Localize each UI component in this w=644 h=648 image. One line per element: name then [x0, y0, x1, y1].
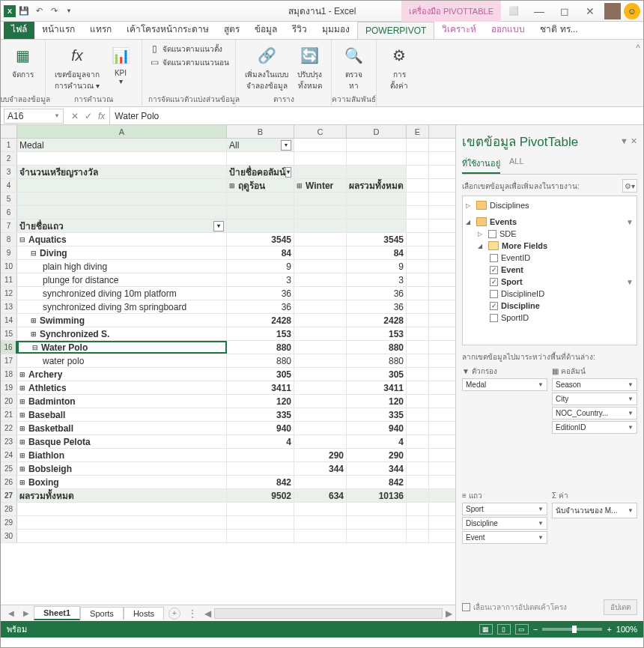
- save-icon[interactable]: 💾: [17, 4, 31, 18]
- manage-icon: ▦: [11, 43, 35, 67]
- tab-formulas[interactable]: สูตร: [216, 19, 247, 39]
- columns-zone-icon: ▦: [552, 367, 559, 375]
- page-break-icon[interactable]: ▭: [515, 624, 529, 635]
- dropdown-icon[interactable]: ▼: [620, 136, 628, 145]
- checkbox[interactable]: [490, 254, 498, 262]
- manage-button[interactable]: ▦จัดการ: [8, 42, 38, 82]
- close-icon[interactable]: ✕: [579, 3, 601, 19]
- cancel-fx-icon[interactable]: ✕: [71, 111, 79, 121]
- qat-dropdown-icon[interactable]: ▼: [62, 4, 76, 18]
- enter-fx-icon[interactable]: ✓: [85, 111, 92, 121]
- filter-icon[interactable]: ▾: [285, 167, 291, 178]
- filter-icon[interactable]: ▼: [626, 218, 634, 226]
- zoom-in-icon[interactable]: +: [607, 625, 611, 634]
- zoom-level[interactable]: 100%: [616, 625, 637, 634]
- select-all[interactable]: [1, 125, 17, 138]
- redo-icon[interactable]: ↷: [47, 4, 61, 18]
- page-layout-icon[interactable]: ▯: [497, 624, 511, 635]
- gear-icon: ⚙: [387, 43, 411, 67]
- checkbox[interactable]: [490, 314, 498, 322]
- tab-view[interactable]: มุมมอง: [315, 19, 357, 39]
- grid[interactable]: 1MedalAll▾ 2 3จำนวนเหรียญรางวัลป้ายชื่อค…: [1, 139, 455, 543]
- restore-icon[interactable]: ◻: [553, 3, 576, 19]
- kpi-button[interactable]: 📊KPI ▾: [106, 42, 136, 93]
- gear-icon[interactable]: ⚙▾: [622, 179, 637, 193]
- avatar[interactable]: [604, 3, 621, 19]
- add-to-model-button[interactable]: 🔗เพิ่มลงในแบบ จำลองข้อมูล: [242, 42, 291, 93]
- normal-view-icon[interactable]: ▦: [479, 624, 493, 635]
- fx-icon[interactable]: fx: [98, 111, 105, 121]
- sheet-tab-1[interactable]: Sheet1: [34, 606, 80, 620]
- rows-zone[interactable]: ≡แถว Sport▼ Discipline▼ Event▼: [462, 490, 547, 596]
- collapse-ribbon-icon[interactable]: ^: [633, 40, 643, 106]
- tab-data[interactable]: ข้อมูล: [247, 19, 285, 39]
- formula-input[interactable]: Water Polo: [109, 107, 643, 124]
- group-label: ความสัมพันธ์: [332, 94, 376, 105]
- update-button[interactable]: อัปเดต: [604, 599, 637, 615]
- defer-checkbox[interactable]: [462, 603, 470, 611]
- tab-more[interactable]: ชาติ ทร...: [532, 19, 585, 39]
- tab-powerpivot[interactable]: POWERPIVOT: [357, 22, 434, 39]
- checkbox[interactable]: [490, 290, 498, 298]
- filter-icon[interactable]: ▾: [213, 221, 224, 231]
- field-list[interactable]: ▷Disciplines ◢Events▼ ▷SDE ◢More Fields …: [462, 196, 637, 345]
- sheet-tab-sports[interactable]: Sports: [80, 607, 124, 620]
- window-title: สมุดงาน1 - Excel: [288, 4, 356, 18]
- name-box[interactable]: A16▼: [4, 109, 64, 124]
- close-pane-icon[interactable]: ✕: [631, 136, 637, 145]
- tab-file[interactable]: ไฟล์: [4, 19, 34, 39]
- settings-button[interactable]: ⚙การ ตั้งค่า: [384, 42, 414, 93]
- formula-bar: A16▼ ✕ ✓ fx Water Polo: [1, 107, 643, 125]
- prev-sheet-icon[interactable]: ◀: [4, 609, 19, 617]
- checkbox[interactable]: [488, 230, 496, 238]
- col-header-c[interactable]: C: [294, 125, 347, 138]
- col-header-a[interactable]: A: [17, 125, 227, 138]
- next-sheet-icon[interactable]: ▶: [19, 609, 34, 617]
- tab-design[interactable]: ออกแบบ: [484, 19, 532, 39]
- fp-tab-active[interactable]: ที่ใช้งานอยู่: [462, 154, 500, 174]
- align-horizontal[interactable]: ▭จัดแนวตามแนวนอน: [148, 55, 229, 69]
- folder-icon: [488, 241, 499, 250]
- undo-icon[interactable]: ↶: [32, 4, 46, 18]
- values-zone-icon: Σ: [552, 491, 556, 500]
- kpi-icon: 📊: [109, 43, 133, 67]
- columns-zone[interactable]: ▦คอลัมน์ Season▼ City▼ NOC_Country...▼ E…: [552, 366, 637, 485]
- new-sheet-icon[interactable]: +: [168, 608, 180, 620]
- checkbox[interactable]: ✓: [490, 278, 498, 286]
- col-header-e[interactable]: E: [407, 125, 429, 138]
- table-icon: [476, 201, 487, 210]
- ribbon: ▦จัดการ แบบจำลองข้อมูล fxเขตข้อมูลจาก กา…: [1, 40, 643, 107]
- hscrollbar[interactable]: [214, 608, 443, 619]
- values-zone[interactable]: Σค่า นับจำนวนของ M...▼: [552, 490, 637, 596]
- filter-icon[interactable]: ▼: [626, 278, 634, 286]
- zoom-slider[interactable]: [542, 628, 602, 631]
- ribbon-options-icon[interactable]: ⬜: [502, 3, 525, 19]
- status-ready: พร้อม: [7, 623, 27, 636]
- tab-layout[interactable]: เค้าโครงหน้ากระดาษ: [119, 19, 216, 39]
- tab-insert[interactable]: แทรก: [82, 19, 119, 39]
- align-vertical[interactable]: ▯จัดแนวตามแนวตั้ง: [148, 42, 222, 55]
- group-label: ตาราง: [273, 94, 294, 105]
- filter-icon[interactable]: ▾: [281, 140, 291, 151]
- detect-button[interactable]: 🔍ตรวจ หา: [339, 42, 369, 93]
- refresh-all-button[interactable]: 🔄ปรับปรุง ทั้งหมด: [294, 42, 325, 93]
- quick-access-toolbar: X 💾 ↶ ↷ ▼: [4, 4, 76, 18]
- tab-review[interactable]: รีวิว: [285, 19, 315, 39]
- fx-icon: fx: [65, 43, 89, 67]
- zoom-out-icon[interactable]: −: [533, 625, 538, 634]
- sheet-tab-hosts[interactable]: Hosts: [124, 607, 164, 620]
- checkbox[interactable]: ✓: [490, 302, 498, 310]
- fp-tab-all[interactable]: ALL: [509, 154, 524, 174]
- tab-home[interactable]: หน้าแรก: [34, 19, 82, 39]
- defer-label: เลื่อนเวลาการอัปเดตเค้าโครง: [473, 602, 567, 613]
- filters-zone[interactable]: ▼ตัวกรอง Medal▼: [462, 366, 547, 485]
- minimize-icon[interactable]: —: [528, 3, 550, 19]
- smiley-icon[interactable]: ☺: [624, 3, 640, 19]
- checkbox[interactable]: ✓: [490, 266, 498, 274]
- col-header-b[interactable]: B: [227, 125, 294, 138]
- group-label: การจัดแนวตัวแบ่งส่วนข้อมูล: [148, 94, 240, 105]
- calc-field-button[interactable]: fxเขตข้อมูลจาก การคำนวณ ▾: [52, 42, 103, 93]
- col-header-d[interactable]: D: [347, 125, 407, 138]
- pivot-tools-label: เครื่องมือ PIVOTTABLE: [401, 1, 501, 22]
- tab-analyze[interactable]: วิเคราะห์: [434, 19, 484, 39]
